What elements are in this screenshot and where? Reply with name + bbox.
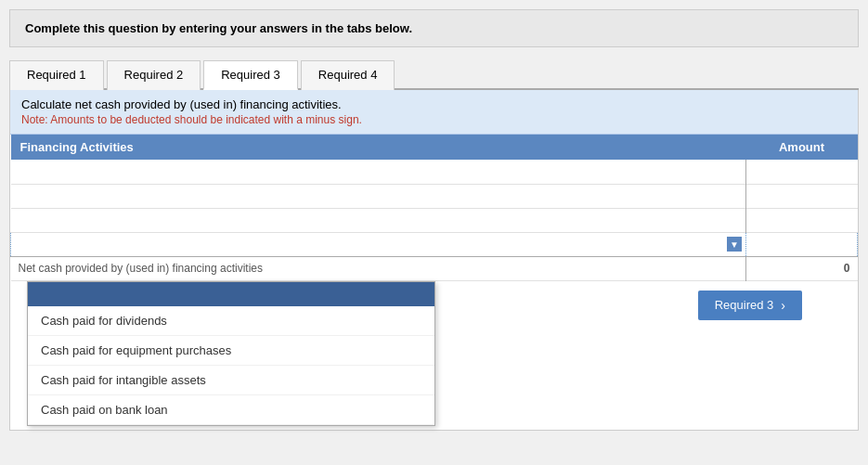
dropdown-list: Cash paid for dividends Cash paid for eq… bbox=[27, 281, 435, 426]
info-main-text: Calculate net cash provided by (used in)… bbox=[21, 97, 847, 111]
outer-container: Complete this question by entering your … bbox=[0, 0, 868, 440]
activity-input-2[interactable] bbox=[19, 189, 739, 203]
financing-table: Financing Activities Amount bbox=[10, 135, 858, 281]
table-row bbox=[11, 208, 858, 232]
tab-required-4[interactable]: Required 4 bbox=[301, 60, 395, 90]
instruction-text: Complete this question by entering your … bbox=[25, 21, 412, 35]
dropdown-item-4[interactable]: Cash paid on bank loan bbox=[28, 395, 434, 425]
dropdown-header bbox=[28, 282, 434, 306]
chevron-right-icon: › bbox=[781, 298, 785, 313]
dropdown-item-2[interactable]: Cash paid for equipment purchases bbox=[28, 336, 434, 366]
instruction-bar: Complete this question by entering your … bbox=[9, 9, 859, 47]
activity-input-1[interactable] bbox=[19, 164, 739, 178]
tabs-row: Required 1 Required 2 Required 3 Require… bbox=[9, 58, 859, 90]
info-note-text: Note: Amounts to be deducted should be i… bbox=[21, 113, 847, 126]
next-button[interactable]: Required 3 › bbox=[698, 291, 802, 320]
main-panel: Calculate net cash provided by (used in)… bbox=[9, 90, 859, 431]
info-bar: Calculate net cash provided by (used in)… bbox=[10, 90, 858, 135]
dropdown-item-1[interactable]: Cash paid for dividends bbox=[28, 306, 434, 336]
tab-required-2[interactable]: Required 2 bbox=[107, 60, 201, 90]
table-row-dropdown: ▼ bbox=[11, 232, 858, 256]
dropdown-trigger[interactable]: ▼ bbox=[727, 237, 742, 252]
net-row-value: 0 bbox=[746, 256, 858, 280]
table-row bbox=[11, 184, 858, 208]
amount-input-3[interactable] bbox=[754, 213, 850, 227]
table-row bbox=[11, 160, 858, 184]
tab-required-1[interactable]: Required 1 bbox=[9, 60, 104, 90]
net-row-label: Net cash provided by (used in) financing… bbox=[11, 256, 746, 280]
amount-input-1[interactable] bbox=[754, 164, 850, 178]
next-button-label: Required 3 bbox=[715, 298, 774, 312]
net-cash-row: Net cash provided by (used in) financing… bbox=[11, 256, 858, 280]
amount-input-2[interactable] bbox=[754, 189, 850, 203]
activity-input-4[interactable] bbox=[19, 238, 738, 252]
activity-input-3[interactable] bbox=[19, 213, 739, 227]
col-header-activity: Financing Activities bbox=[11, 135, 746, 160]
dropdown-item-3[interactable]: Cash paid for intangible assets bbox=[28, 366, 434, 395]
amount-input-4[interactable] bbox=[754, 238, 849, 252]
col-header-amount: Amount bbox=[746, 135, 858, 160]
tab-required-3[interactable]: Required 3 bbox=[203, 60, 298, 90]
bottom-area: Cash paid for dividends Cash paid for eq… bbox=[10, 281, 858, 430]
next-button-container: Required 3 › bbox=[698, 291, 802, 320]
table-container: Financing Activities Amount bbox=[10, 135, 858, 281]
